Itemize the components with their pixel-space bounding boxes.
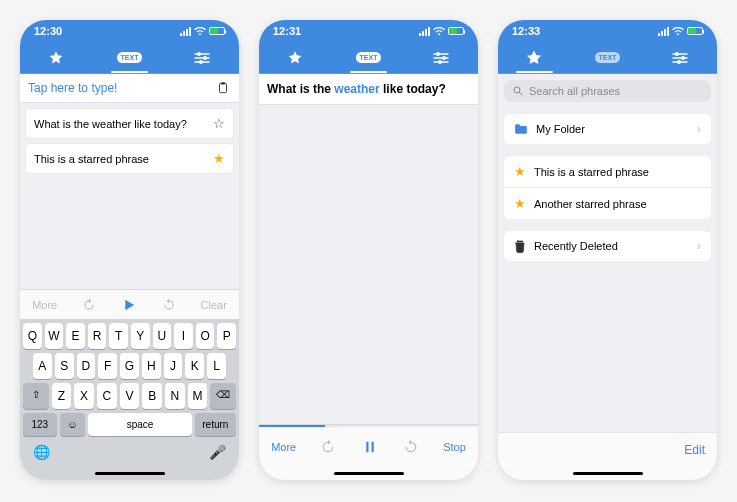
top-nav: TEXT [498,42,717,74]
type-input[interactable] [28,81,215,95]
deleted-section: Recently Deleted › [504,231,711,261]
key[interactable]: Z [52,383,72,409]
speech-highlight: weather [334,82,379,96]
status-bar: 12:33 [498,20,717,42]
key[interactable]: P [217,323,236,349]
search-icon [512,85,524,97]
folder-icon [514,123,528,135]
edit-button[interactable]: Edit [684,443,705,457]
svg-point-18 [682,56,685,59]
key[interactable]: H [142,353,161,379]
return-key[interactable]: return [195,413,236,436]
battery-icon [209,27,225,35]
more-button[interactable]: More [271,441,296,453]
status-bar: 12:30 [20,20,239,42]
emoji-key[interactable]: ☺ [60,413,86,436]
shift-key[interactable]: ⇧ [23,383,49,409]
key[interactable]: X [74,383,94,409]
status-icons [419,27,464,36]
key[interactable]: F [98,353,117,379]
forward-icon[interactable] [403,439,419,455]
num-key[interactable]: 123 [23,413,57,436]
backspace-key[interactable]: ⌫ [210,383,236,409]
key[interactable]: R [88,323,107,349]
text-icon: TEXT [117,52,143,63]
tab-star[interactable] [20,42,92,73]
tab-settings[interactable] [405,42,477,73]
tab-star[interactable] [259,42,331,73]
key[interactable]: Q [23,323,42,349]
key[interactable]: B [142,383,162,409]
sliders-icon [194,52,210,64]
space-key[interactable]: space [88,413,191,436]
tab-star[interactable] [498,42,570,73]
screen-speak: 12:31 TEXT What is the weather like toda… [259,20,478,480]
clear-button[interactable]: Clear [201,299,227,311]
star-icon [48,50,64,66]
tab-text[interactable]: TEXT [93,42,165,73]
key[interactable]: V [120,383,140,409]
key[interactable]: Y [131,323,150,349]
chevron-right-icon: › [697,239,701,253]
key[interactable]: A [33,353,52,379]
keyboard: Q W E R T Y U I O P A S D F G H J K L [20,319,239,466]
phrase-row[interactable]: This is a starred phrase ★ [26,144,233,173]
starred-text: This is a starred phrase [534,166,649,178]
content: What is the weather like today? ☆ This i… [20,74,239,480]
status-bar: 12:31 [259,20,478,42]
deleted-row[interactable]: Recently Deleted › [504,231,711,261]
tab-settings[interactable] [166,42,238,73]
search-field[interactable]: Search all phrases [504,80,711,102]
play-icon[interactable] [120,296,138,314]
status-icons [180,27,225,36]
folder-row[interactable]: My Folder › [504,114,711,144]
globe-icon[interactable]: 🌐 [33,444,50,460]
speech-suffix: like today? [380,82,446,96]
key[interactable]: G [120,353,139,379]
bottom-play-bar: More Stop [259,424,478,466]
key[interactable]: I [174,323,193,349]
star-outline-icon[interactable]: ☆ [213,116,225,131]
key[interactable]: O [196,323,215,349]
paste-icon[interactable] [215,80,231,96]
rewind-icon[interactable] [320,439,336,455]
pause-icon[interactable] [361,438,379,456]
phrase-text: What is the weather like today? [34,118,187,130]
key[interactable]: W [45,323,64,349]
key[interactable]: J [164,353,183,379]
home-indicator [259,466,478,480]
starred-row[interactable]: ★ Another starred phrase [504,188,711,219]
more-button[interactable]: More [32,299,57,311]
key[interactable]: S [55,353,74,379]
key[interactable]: U [153,323,172,349]
key[interactable]: E [66,323,85,349]
top-nav: TEXT [20,42,239,74]
next-icon[interactable] [162,298,176,312]
progress-bar[interactable] [259,425,478,427]
phrase-text: This is a starred phrase [34,153,149,165]
content: Search all phrases My Folder › ★ This is… [498,74,717,480]
star-filled-icon[interactable]: ★ [213,151,225,166]
key[interactable]: C [97,383,117,409]
stop-button[interactable]: Stop [443,441,466,453]
edit-bar: Edit [498,432,717,466]
svg-point-3 [198,52,201,55]
signal-icon [180,27,191,36]
key[interactable]: L [207,353,226,379]
starred-row[interactable]: ★ This is a starred phrase [504,156,711,188]
key[interactable]: M [188,383,208,409]
keyboard-footer: 🌐 🎤 [23,440,236,460]
tab-text[interactable]: TEXT [332,42,404,73]
star-filled-icon: ★ [514,164,526,179]
prev-icon[interactable] [82,298,96,312]
battery-icon [448,27,464,35]
tab-settings[interactable] [644,42,716,73]
key[interactable]: D [77,353,96,379]
svg-point-12 [443,56,446,59]
tab-text[interactable]: TEXT [571,42,643,73]
mic-icon[interactable]: 🎤 [209,444,226,460]
key[interactable]: T [109,323,128,349]
key[interactable]: K [185,353,204,379]
key[interactable]: N [165,383,185,409]
phrase-row[interactable]: What is the weather like today? ☆ [26,109,233,138]
